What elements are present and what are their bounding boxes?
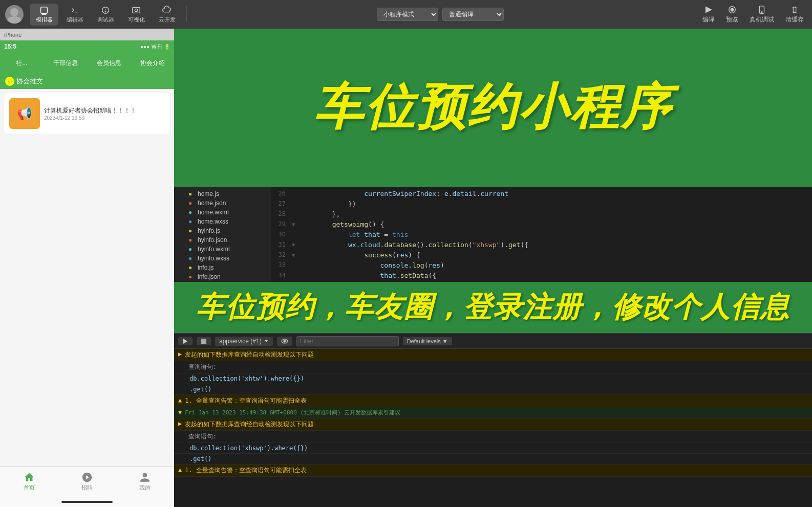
json-icon: ● [188,200,196,207]
realtest-btn[interactable]: 真机调试 [746,4,777,25]
svg-rect-2 [41,7,48,13]
console-eye-btn[interactable] [277,337,292,346]
svg-point-13 [731,8,733,11]
simulator-btn[interactable]: 模拟器 [30,4,58,26]
code-line: 32 ▼ success(res) { [271,251,812,261]
file-item[interactable]: ● hyinfo.wxss [174,254,271,263]
phone-tab-home[interactable]: 首页 [0,467,58,497]
banner-top: 车位预约小程序 [174,29,812,187]
console-play-btn[interactable] [178,337,193,345]
file-item[interactable]: ● home.wxss [174,217,271,226]
console-entry: db.collection('xhswp').where({}) [174,443,812,454]
console-body[interactable]: ▶ 发起的如下数据库查询经自动检测发现以下问题 查询语句: db.collect… [174,349,812,507]
file-item[interactable]: ● home.wxml [174,208,271,217]
console-panel: appservice (#1) Default levels ▼ ▶ 发起的如下… [174,333,812,507]
promo-title: 计算机爱好者协会招新啦！！！！ [44,106,136,115]
toolbar-separator-1 [186,6,187,23]
code-line: 29 ▼ getswpimg() { [271,220,812,230]
svg-point-15 [761,11,762,12]
console-entry: 查询语句: [174,361,812,373]
console-entry: ▶ 发起的如下数据库查询经自动检测发现以下问题 [174,349,812,361]
console-entry: .get() [174,384,812,395]
file-item[interactable]: ● home.js [174,189,271,199]
phone-promo-img: 📢 [9,98,40,129]
toolbar: 模拟器 编辑器 调试器 可视化 云开发 小程序模式 插件模式 普通编译 [0,0,812,29]
console-level-select[interactable]: Default levels ▼ [403,337,452,345]
phone-simulator: iPhone 15:5 ●●● WiFi 🔋 社... 干部信息 会员信息 协会… [0,29,174,507]
banner-bottom-text: 车位预约，车友圈，登录注册，修改个人信息 [196,288,790,327]
code-panel: 车位预约小程序 ● home.js ● home.json ● home.wxm… [174,29,812,507]
cat-item-4[interactable]: 协会介绍 [131,57,174,70]
section-title: 协会推文 [16,77,43,86]
debugger-btn[interactable]: 调试器 [91,4,120,26]
file-item[interactable]: ● info.js [174,263,271,272]
warn-icon: ▶ [178,420,182,427]
code-line: 31 ▼ wx.cloud.database().collection("xhs… [271,240,812,251]
preview-btn[interactable]: 预览 [723,4,741,25]
cat-item-2[interactable]: 干部信息 [44,57,87,70]
phone-promo-card[interactable]: 📢 计算机爱好者协会招新啦！！！！ 2023-01-12 16:59 [4,93,170,134]
phone-top-bar: iPhone [0,29,174,40]
iphone-label: iPhone [4,32,22,38]
code-line: 28 }, [271,210,812,220]
compile-btn[interactable]: 编译 [699,4,718,25]
file-item[interactable]: ● info.json [174,272,271,281]
mode-select[interactable]: 小程序模式 插件模式 [377,8,438,21]
banner-bottom: 车位预约，车友圈，登录注册，修改个人信息 [174,282,812,333]
toolbar-separator-2 [694,6,694,23]
console-filter-input[interactable] [296,336,399,346]
svg-marker-18 [183,339,187,344]
console-entry: 查询语句: [174,431,812,443]
toolbar-right: 编译 预览 真机调试 清缓存 [699,4,807,25]
banner-top-text: 车位预约小程序 [314,75,672,141]
file-item[interactable]: ● hyinfo.wxml [174,245,271,254]
chevron-icon: ▼ [178,409,182,416]
file-item[interactable]: ● home.json [174,199,271,208]
clearcache-btn[interactable]: 清缓存 [782,4,807,25]
json-icon: ● [188,273,196,280]
code-line: 34 that.setData({ [271,271,812,281]
svg-point-11 [135,9,137,11]
console-entry: db.collection('xhtw').where({}) [174,373,812,384]
json-icon: ● [188,236,196,244]
console-entry: ▲ 1. 全量查询告警：空查询语句可能需扫全表 [174,465,812,477]
wxml-icon: ● [188,246,196,253]
svg-point-22 [284,340,286,342]
svg-point-0 [10,8,18,16]
svg-point-1 [7,16,22,24]
warn-icon: ▲ [178,466,182,473]
phone-tab-recruit[interactable]: 招聘 [58,467,116,497]
svg-rect-10 [133,7,140,13]
warn-icon: ▲ [178,396,182,404]
console-header: appservice (#1) Default levels ▼ [174,334,812,349]
visual-btn[interactable]: 可视化 [122,4,151,26]
js-icon: ● [188,264,196,271]
toolbar-center: 小程序模式 插件模式 普通编译 自定义编译 [192,8,689,21]
file-item[interactable]: ● hyinfo.json [174,235,271,245]
wxss-icon: ● [188,255,196,262]
phone-tab-mine[interactable]: 我的 [116,467,174,497]
console-service-select[interactable]: appservice (#1) [215,337,273,346]
editor-btn[interactable]: 编辑器 [60,4,89,26]
avatar [5,5,24,24]
promo-date: 2023-01-12 16:59 [44,115,136,121]
code-line: 33 console.log(res) [271,261,812,271]
console-stop-btn[interactable] [197,337,211,345]
console-entry: .get() [174,454,812,465]
phone-home-indicator [0,497,174,507]
code-line: 26 currentSwiperIndex: e.detail.current [271,189,812,200]
cloud-btn[interactable]: 云开发 [153,4,181,26]
code-line: 30 let that = this [271,230,812,240]
cat-item-1[interactable]: 社... [0,57,44,70]
svg-point-9 [105,11,106,12]
phone-time: 15:5 [4,43,16,50]
code-line: 27 }) [271,200,812,210]
file-item[interactable]: ● hyinfo.js [174,226,271,235]
svg-text:📢: 📢 [17,106,32,121]
phone-section-header: 协 协会推文 [0,74,174,89]
svg-marker-20 [265,340,268,342]
compile-select[interactable]: 普通编译 自定义编译 [442,8,504,21]
js-icon: ● [188,190,196,197]
cat-item-3[interactable]: 会员信息 [87,57,131,70]
warn-icon: ▶ [178,350,182,358]
